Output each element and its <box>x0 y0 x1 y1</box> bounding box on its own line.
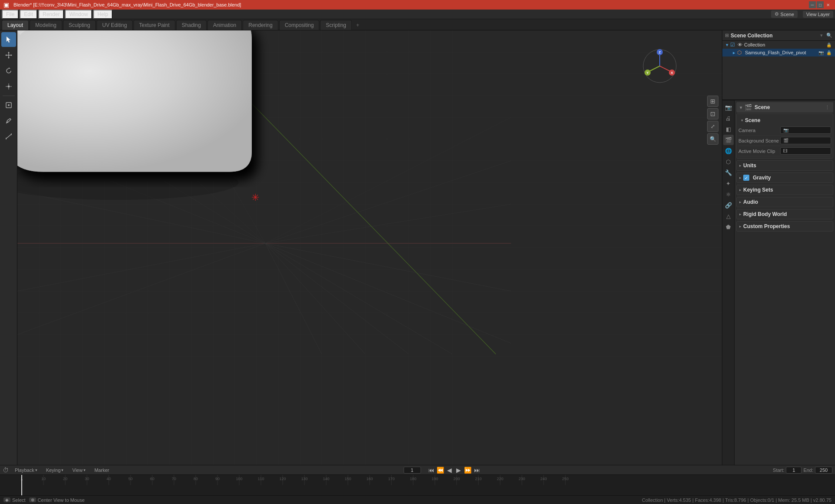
rigid-body-toggle[interactable]: ▸ Rigid Body World <box>737 209 833 219</box>
end-frame-input[interactable] <box>815 467 832 474</box>
zoom-search-btn[interactable]: 🔍 <box>707 133 718 145</box>
keying-sets-toggle[interactable]: ▸ Keying Sets <box>737 185 833 195</box>
outliner-search-btn[interactable]: 🔍 <box>826 33 832 38</box>
units-toggle[interactable]: ▸ Units <box>737 161 833 170</box>
viewport[interactable]: Object Mode ▾ View Select Add Object Glo… <box>17 30 722 465</box>
camera-value[interactable]: 📷 <box>780 126 831 134</box>
tab-scripting[interactable]: Scripting <box>320 20 352 30</box>
tab-texture-paint[interactable]: Texture Paint <box>134 20 175 30</box>
background-scene-value[interactable]: 🎬 <box>780 137 831 144</box>
svg-text:140: 140 <box>323 477 329 481</box>
props-tab-output[interactable]: 🖨 <box>723 113 734 123</box>
gravity-toggle[interactable]: ▸ ✓ Gravity <box>737 173 833 182</box>
zoom-to-scene-btn[interactable]: ⤢ <box>707 121 718 132</box>
props-tab-view-layer[interactable]: ◧ <box>723 124 734 134</box>
tab-modeling[interactable]: Modeling <box>30 20 62 30</box>
zoom-perspective-btn[interactable]: ⊡ <box>707 108 718 119</box>
playback-arrow: ▾ <box>35 468 37 472</box>
samsung-label: Samsung_Flash_Drive_pivot <box>745 50 806 55</box>
jump-to-end-btn[interactable]: ⏭ <box>473 466 481 474</box>
minimize-button[interactable]: ─ <box>809 1 816 8</box>
zoom-in-camera-btn[interactable]: ⊞ <box>707 96 718 107</box>
menu-render[interactable]: Render <box>38 10 64 19</box>
engine-selector[interactable]: ⚙ Scene <box>771 10 798 18</box>
outliner-collection-item[interactable]: ▾ ☑ 👁 Collection 🔒 <box>722 41 835 49</box>
units-section: ▸ Units <box>736 160 833 171</box>
samsung-lock-icon: 🔒 <box>826 50 832 55</box>
menu-help[interactable]: Help <box>93 10 113 19</box>
menu-window[interactable]: Window <box>65 10 92 19</box>
tab-uv-editing[interactable]: UV Editing <box>97 20 133 30</box>
marker-menu-btn[interactable]: Marker <box>92 467 112 473</box>
tool-measure[interactable] <box>1 129 16 144</box>
scene-section-toggle[interactable]: ▾ Scene <box>738 116 831 125</box>
view-arrow: ▾ <box>84 468 86 472</box>
view-menu-btn-timeline[interactable]: View ▾ <box>70 467 88 473</box>
custom-props-toggle[interactable]: ▸ Custom Properties <box>737 222 833 231</box>
viewport-zoom-tools: ⊞ ⊡ ⤢ 🔍 <box>707 96 718 145</box>
tool-cursor[interactable] <box>1 32 16 47</box>
movie-clip-value[interactable]: 🎞 <box>780 147 831 155</box>
playback-menu-btn[interactable]: Playback ▾ <box>12 467 40 473</box>
samsung-object-icon: ⬡ <box>737 50 741 56</box>
tab-compositing[interactable]: Compositing <box>279 20 320 30</box>
view-layer-selector[interactable]: View Layer <box>803 11 833 18</box>
start-frame-input[interactable] <box>786 467 802 474</box>
marker-label: Marker <box>94 468 109 473</box>
maximize-button[interactable]: □ <box>817 1 824 8</box>
props-tab-constraints[interactable]: 🔗 <box>723 200 734 210</box>
tab-shading[interactable]: Shading <box>176 20 207 30</box>
bg-scene-value-icon: 🎬 <box>783 138 788 143</box>
jump-to-start-btn[interactable]: ⏮ <box>427 466 436 474</box>
props-tab-particles[interactable]: ✦ <box>723 178 734 189</box>
props-tab-material[interactable]: ⬟ <box>723 222 734 232</box>
scene-panel-dots[interactable]: ⋮ <box>825 105 830 110</box>
tool-annotate[interactable] <box>1 113 16 128</box>
outliner-samsung-item[interactable]: ▸ ⬡ Samsung_Flash_Drive_pivot 📷 🔒 <box>722 49 835 56</box>
props-tab-object[interactable]: ⬡ <box>723 156 734 167</box>
current-frame-display[interactable]: 1 <box>404 467 421 474</box>
movie-clip-prop-row: Active Movie Clip 🎞 <box>738 146 831 156</box>
tab-layout[interactable]: Layout <box>2 20 29 30</box>
tab-sculpting[interactable]: Sculpting <box>63 20 96 30</box>
title-bar-controls: ─ □ ✕ <box>809 1 832 8</box>
props-tab-modifier[interactable]: 🔧 <box>723 167 734 178</box>
svg-marker-2 <box>8 52 10 53</box>
keying-sets-label: Keying Sets <box>743 187 773 193</box>
timeline-body[interactable]: 10 20 30 40 50 60 70 80 90 <box>0 475 835 495</box>
svg-text:120: 120 <box>279 477 286 481</box>
audio-toggle[interactable]: ▸ Audio <box>737 197 833 207</box>
tool-move[interactable] <box>1 48 16 63</box>
outliner-filter-btn[interactable]: ▾ <box>820 33 823 38</box>
step-fwd-btn[interactable]: ⏩ <box>464 466 472 474</box>
close-button[interactable]: ✕ <box>825 1 832 8</box>
gravity-checkbox[interactable]: ✓ <box>743 175 749 181</box>
props-tab-render[interactable]: 📷 <box>723 102 734 113</box>
tab-animation[interactable]: Animation <box>207 20 242 30</box>
menu-edit[interactable]: Edit <box>20 10 37 19</box>
tool-scale[interactable] <box>1 79 16 94</box>
units-arrow: ▸ <box>739 163 741 168</box>
movie-clip-value-icon: 🎞 <box>783 149 788 153</box>
play-reverse-btn[interactable]: ◀ <box>445 466 454 474</box>
keying-menu-btn[interactable]: Keying ▾ <box>43 467 67 473</box>
tab-rendering[interactable]: Rendering <box>243 20 278 30</box>
svg-text:90: 90 <box>215 477 220 481</box>
scene-panel-header[interactable]: ▾ 🎬 Scene ⋮ <box>736 102 833 113</box>
play-btn[interactable]: ▶ <box>454 466 463 474</box>
props-tab-scene[interactable]: 🎬 <box>723 135 734 145</box>
svg-text:50: 50 <box>128 477 133 481</box>
tool-rotate[interactable] <box>1 63 16 78</box>
background-scene-prop-row: Background Scene 🎬 <box>738 136 831 146</box>
props-tab-physics[interactable]: ⚛ <box>723 189 734 199</box>
tool-transform[interactable] <box>1 98 16 113</box>
add-workspace-button[interactable]: + <box>353 20 363 30</box>
playback-controls: ⏮ ⏪ ◀ ▶ ⏩ ⏭ <box>427 466 481 474</box>
props-tab-world[interactable]: 🌐 <box>723 146 734 156</box>
svg-line-15 <box>6 134 11 139</box>
menu-bar: File Edit Render Window Help ⚙ Scene Vie… <box>0 10 835 19</box>
step-back-btn[interactable]: ⏪ <box>436 466 445 474</box>
menu-file[interactable]: File <box>2 10 19 19</box>
custom-props-arrow: ▸ <box>739 224 741 229</box>
props-tab-data[interactable]: △ <box>723 211 734 221</box>
